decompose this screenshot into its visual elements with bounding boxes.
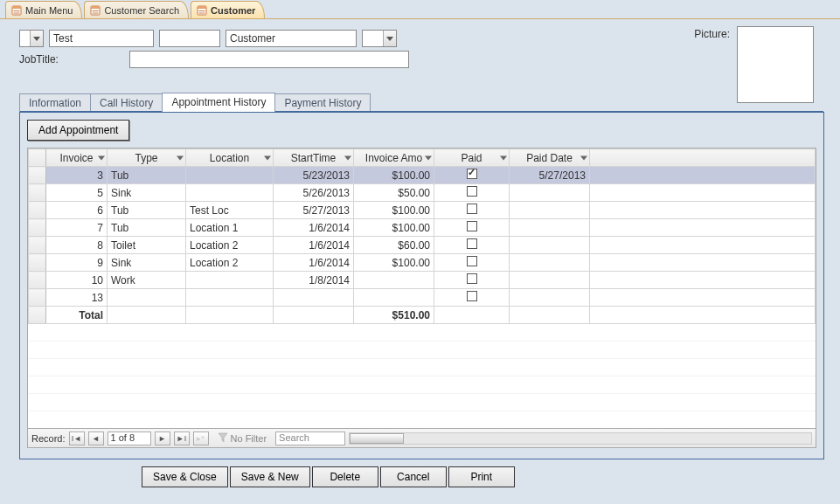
tab-appointment-history[interactable]: Appointment History (162, 93, 275, 112)
checkbox[interactable] (467, 204, 477, 214)
cell-invoice[interactable]: 8 (46, 237, 108, 254)
cell-type[interactable]: Tub (108, 202, 186, 219)
checkbox[interactable] (467, 169, 477, 179)
row-selector[interactable] (29, 237, 46, 254)
cell-type[interactable]: Sink (108, 254, 186, 272)
cell-location[interactable] (186, 272, 274, 289)
cell-starttime[interactable]: 5/26/2013 (274, 184, 354, 202)
tab-payment-history[interactable]: Payment History (274, 93, 371, 112)
chevron-down-icon[interactable] (344, 155, 351, 160)
nav-tab-main-menu[interactable]: Main Menu (5, 1, 82, 18)
table-row[interactable]: 10Work1/8/2014 (29, 272, 816, 289)
cell-location[interactable]: Test Loc (186, 202, 274, 219)
record-position[interactable]: 1 of 8 (108, 432, 151, 445)
table-row[interactable]: 9SinkLocation 21/6/2014$100.00 (29, 254, 816, 272)
checkbox[interactable] (467, 186, 477, 197)
cell-paid[interactable] (434, 237, 510, 254)
jobtitle-input[interactable] (129, 51, 409, 68)
cell-paid[interactable] (434, 202, 510, 219)
col-header-invoice-amo[interactable]: Invoice Amo (354, 149, 434, 167)
cell-invoice[interactable]: 6 (46, 202, 108, 219)
chevron-down-icon[interactable] (30, 31, 43, 46)
filter-indicator[interactable]: No Filter (212, 432, 273, 445)
cell-starttime[interactable]: 1/6/2014 (274, 254, 354, 272)
cell-starttime[interactable] (274, 289, 354, 307)
tab-information[interactable]: Information (19, 93, 91, 112)
table-row[interactable]: 6TubTest Loc5/27/2013$100.00 (29, 202, 816, 219)
cell-paid-date[interactable] (510, 254, 590, 272)
grid-scroll[interactable]: InvoiceTypeLocationStartTimeInvoice AmoP… (28, 148, 816, 428)
row-selector[interactable] (29, 202, 46, 219)
checkbox[interactable] (467, 221, 477, 231)
delete-button[interactable]: Delete (312, 466, 378, 487)
chevron-down-icon[interactable] (500, 155, 507, 160)
col-header-paid[interactable]: Paid (434, 149, 510, 167)
nav-next-button[interactable]: ► (155, 432, 170, 445)
cell-paid-date[interactable] (510, 202, 590, 219)
cell-location[interactable] (186, 167, 274, 184)
cell-invoice[interactable]: 13 (46, 289, 108, 307)
nav-first-button[interactable]: I◄ (69, 432, 85, 445)
col-header-paid-date[interactable]: Paid Date (510, 149, 590, 167)
last-name-input[interactable]: Customer (226, 30, 357, 47)
cell-paid[interactable] (434, 254, 510, 272)
col-header-location[interactable]: Location (186, 149, 274, 167)
search-box[interactable]: Search (275, 432, 345, 445)
chevron-down-icon[interactable] (580, 155, 587, 160)
save-close-button[interactable]: Save & Close (142, 466, 228, 487)
cell-location[interactable]: Location 2 (186, 237, 274, 254)
cell-paid-date[interactable]: 5/27/2013 (510, 167, 590, 184)
nav-new-button[interactable]: ▸* (193, 432, 209, 445)
checkbox[interactable] (467, 273, 477, 284)
cell-location[interactable]: Location 2 (186, 254, 274, 272)
row-selector[interactable] (29, 272, 46, 289)
cell-location[interactable] (186, 289, 274, 307)
checkbox[interactable] (467, 238, 477, 249)
cell-invoice[interactable]: 5 (46, 184, 108, 202)
cell-starttime[interactable]: 1/6/2014 (274, 219, 354, 237)
cell-paid[interactable] (434, 184, 510, 202)
cell-type[interactable]: Tub (108, 167, 186, 184)
cancel-button[interactable]: Cancel (380, 466, 447, 487)
cell-paid-date[interactable] (510, 272, 590, 289)
suffix-dropdown[interactable] (362, 30, 397, 47)
cell-location[interactable]: Location 1 (186, 219, 274, 237)
cell-amount[interactable] (354, 272, 434, 289)
cell-amount[interactable]: $50.00 (354, 184, 434, 202)
nav-tab-customer-search[interactable]: Customer Search (84, 1, 189, 18)
cell-paid-date[interactable] (510, 237, 590, 254)
col-header-invoice[interactable]: Invoice (46, 149, 108, 167)
cell-starttime[interactable]: 1/6/2014 (274, 237, 354, 254)
row-selector[interactable] (29, 289, 46, 307)
cell-paid[interactable] (434, 289, 510, 307)
horizontal-scrollbar[interactable] (349, 432, 812, 445)
middle-name-input[interactable] (159, 30, 220, 47)
nav-tab-customer[interactable]: Customer (191, 1, 265, 18)
cell-amount[interactable]: $100.00 (354, 167, 434, 184)
cell-paid-date[interactable] (510, 219, 590, 237)
tab-call-history[interactable]: Call History (90, 93, 163, 112)
chevron-down-icon[interactable] (383, 31, 396, 46)
select-all-corner[interactable] (29, 149, 46, 167)
chevron-down-icon[interactable] (98, 155, 105, 160)
checkbox[interactable] (467, 291, 477, 301)
row-selector[interactable] (29, 219, 46, 237)
save-new-button[interactable]: Save & New (230, 466, 310, 487)
chevron-down-icon[interactable] (425, 155, 432, 160)
picture-box[interactable] (737, 26, 814, 103)
row-selector[interactable] (29, 254, 46, 272)
cell-amount[interactable]: $100.00 (354, 254, 434, 272)
cell-starttime[interactable]: 5/23/2013 (274, 167, 354, 184)
cell-type[interactable] (108, 289, 186, 307)
table-row[interactable]: 3Tub5/23/2013$100.005/27/2013 (29, 167, 816, 184)
cell-amount[interactable]: $60.00 (354, 237, 434, 254)
table-row[interactable]: 8ToiletLocation 21/6/2014$60.00 (29, 237, 816, 254)
row-selector[interactable] (29, 184, 46, 202)
cell-amount[interactable]: $100.00 (354, 202, 434, 219)
cell-amount[interactable] (354, 289, 434, 307)
chevron-down-icon[interactable] (264, 155, 271, 160)
add-appointment-button[interactable]: Add Appointment (27, 120, 129, 141)
cell-invoice[interactable]: 7 (46, 219, 108, 237)
nav-last-button[interactable]: ►I (174, 432, 190, 445)
cell-amount[interactable]: $100.00 (354, 219, 434, 237)
